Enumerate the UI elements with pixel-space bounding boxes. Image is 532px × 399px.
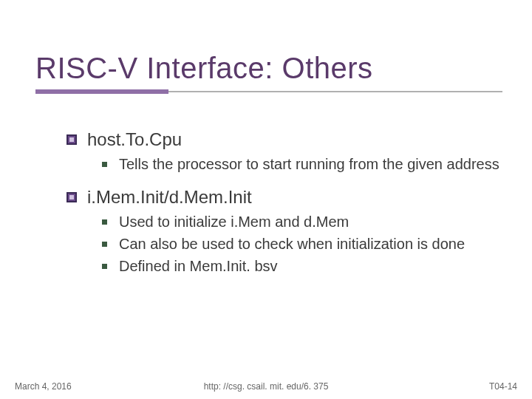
diamond-bullet-icon	[66, 192, 77, 202]
footer-page-number: T04-14	[489, 381, 517, 392]
bullet-text: Used to initialize i.Mem and d.Mem	[119, 212, 349, 231]
bullet-level2: Used to initialize i.Mem and d.Mem	[102, 212, 502, 231]
bullet-level1: i.Mem.Init/d.Mem.Init	[66, 187, 502, 208]
footer-date: March 4, 2016	[15, 381, 72, 392]
title-underline	[35, 91, 502, 92]
bullet-heading: host.To.Cpu	[87, 129, 182, 150]
bullet-level2: Can also be used to check when initializ…	[102, 234, 502, 253]
square-bullet-icon	[102, 162, 107, 167]
square-bullet-icon	[102, 264, 107, 269]
bullet-text: Can also be used to check when initializ…	[119, 234, 465, 253]
bullet-level2: Defined in Mem.Init. bsv	[102, 256, 502, 276]
bullet-level2: Tells the processor to start running fro…	[102, 154, 502, 174]
slide-content: host.To.Cpu Tells the processor to start…	[66, 129, 502, 289]
square-bullet-icon	[102, 242, 107, 247]
sub-bullet-group: Used to initialize i.Mem and d.Mem Can a…	[102, 212, 502, 276]
bullet-level1: host.To.Cpu	[66, 129, 502, 150]
slide: RISC-V Interface: Others host.To.Cpu Tel…	[0, 0, 532, 399]
bullet-heading: i.Mem.Init/d.Mem.Init	[87, 187, 252, 208]
bullet-text: Defined in Mem.Init. bsv	[119, 256, 278, 276]
slide-title: RISC-V Interface: Others	[35, 52, 502, 85]
footer-url: http: //csg. csail. mit. edu/6. 375	[204, 381, 329, 392]
square-bullet-icon	[102, 219, 107, 225]
slide-footer: March 4, 2016 http: //csg. csail. mit. e…	[0, 377, 532, 392]
diamond-bullet-icon	[66, 134, 77, 145]
sub-bullet-group: Tells the processor to start running fro…	[102, 154, 502, 174]
bullet-text: Tells the processor to start running fro…	[119, 154, 499, 174]
title-block: RISC-V Interface: Others	[35, 52, 502, 92]
